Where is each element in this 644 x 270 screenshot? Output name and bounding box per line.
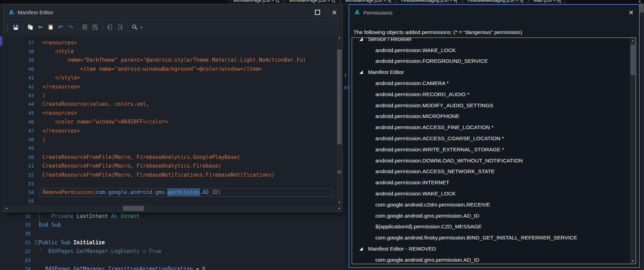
- tab-close-icon[interactable]: ×: [638, 0, 641, 3]
- permission-row[interactable]: android.permission.MICROPHONE: [352, 111, 630, 122]
- manifest-code-line[interactable]: 52CreateResourceFromFile(Macro, Firebase…: [3, 170, 336, 179]
- move-left-icon[interactable]: [105, 23, 115, 32]
- permission-row[interactable]: com.google.android.c2dm.permission.RECEI…: [352, 199, 630, 210]
- expanded-arrow-icon[interactable]: [359, 247, 363, 251]
- permission-label: android.permission.ACCESS_FINE_LOCATION …: [375, 124, 494, 130]
- permission-group-row[interactable]: Service / Receiver: [352, 37, 630, 45]
- manifest-code-line[interactable]: 40 <item name="android:windowBackground"…: [3, 65, 336, 73]
- permission-row[interactable]: android.permission.CAMERA *: [352, 78, 630, 89]
- cut-icon[interactable]: ✂: [36, 23, 45, 32]
- editor-tab[interactable]: FirebaseMessaging [Ctrl + 4]: [396, 0, 462, 3]
- background-code-line[interactable]: 21Public Sub Initialize−: [0, 238, 351, 247]
- manifest-code-line[interactable]: 49: [3, 144, 336, 153]
- permission-label: android.permission.INTERNET: [375, 179, 449, 186]
- docked-panel-tab[interactable]: [0, 36, 2, 46]
- permission-row[interactable]: com.google.android.gms.permission.AD_ID: [352, 210, 630, 221]
- manifest-code-line[interactable]: 41 </style>: [3, 74, 336, 82]
- scroll-up-arrow-icon[interactable]: ▲: [336, 35, 342, 40]
- permission-row[interactable]: android.permission.DOWNLOAD_WITHOUT_NOTI…: [352, 155, 630, 166]
- manifest-code-line[interactable]: 48): [3, 135, 336, 144]
- permission-row[interactable]: ${applicationId}.permission.C2D_MESSAGE: [352, 221, 630, 233]
- search-icon[interactable]: [130, 23, 139, 32]
- scroll-down-arrow-icon[interactable]: ▼: [630, 258, 636, 264]
- indent-icon[interactable]: [81, 23, 90, 32]
- close-button[interactable]: ×: [332, 9, 337, 16]
- permission-group-row[interactable]: Manifest Editor: [352, 67, 630, 78]
- permission-label: ${applicationId}.permission.C2D_MESSAGE: [375, 223, 482, 230]
- permission-row[interactable]: android.permission.ACCESS_NETWORK_STATE: [352, 166, 630, 177]
- manifest-code-line[interactable]: 45<resources>: [3, 109, 336, 117]
- permission-label: Manifest Editor - REMOVED: [368, 246, 436, 252]
- permission-row[interactable]: android.permission.MODIFY_AUDIO_SETTINGS: [352, 100, 630, 111]
- move-right-icon[interactable]: [115, 23, 125, 32]
- manifest-code-line[interactable]: 50CreateResourceFromFile(Macro, Firebase…: [3, 153, 336, 161]
- ide-vertical-scrollbar[interactable]: [639, 0, 644, 270]
- background-code-line[interactable]: 19End Sub: [0, 220, 351, 229]
- scrollbar-thumb[interactable]: [123, 206, 144, 211]
- permissions-scrollbar[interactable]: ▲ ▼: [630, 38, 636, 264]
- scroll-right-arrow-icon[interactable]: ►: [336, 205, 342, 212]
- manifest-code-line[interactable]: 43): [3, 91, 336, 100]
- permission-group-row[interactable]: Manifest Editor - REMOVED: [352, 243, 630, 254]
- permission-label: android.permission.WRITE_EXTERNAL_STORAG…: [375, 146, 504, 153]
- scrollbar-thumb[interactable]: [630, 44, 635, 75]
- undo-icon[interactable]: ↶: [56, 23, 65, 32]
- scrollbar-thumb[interactable]: [337, 49, 342, 144]
- permission-row[interactable]: android.permission.RECORD_AUDIO *: [352, 89, 630, 100]
- manifest-code-line[interactable]: 51CreateResourceFromFile(Macro, Firebase…: [3, 161, 336, 170]
- expanded-arrow-icon[interactable]: [359, 37, 363, 41]
- permission-label: com.google.android.gms.permission.AD_ID: [375, 213, 479, 219]
- copy-icon[interactable]: [26, 23, 35, 32]
- search-dropdown-arrow-icon[interactable]: ▾: [140, 25, 142, 29]
- editor-horizontal-scrollbar[interactable]: ◄ ►: [3, 205, 342, 212]
- editor-vertical-scrollbar[interactable]: ▲ ▼: [336, 35, 342, 205]
- editor-tab[interactable]: B4XMainPage [Ctrl + 1]: [228, 0, 284, 3]
- code-text: CreateResourceFromFile(Macro, FirebaseNo…: [36, 172, 275, 178]
- permission-row[interactable]: android.permission.WAKE_LOCK: [352, 188, 630, 199]
- maximize-button[interactable]: [315, 10, 320, 15]
- background-code-line[interactable]: 18 Private LastIntent As Intent: [0, 212, 351, 220]
- manifest-code-line[interactable]: 54RemovePermission(com.google.android.gm…: [3, 188, 336, 197]
- toolbar-grip[interactable]: [7, 24, 8, 31]
- manifest-code-editor[interactable]: 37<resources>38 <style39 name="DarkTheme…: [3, 35, 342, 205]
- permission-row[interactable]: com.google.android.gms.permission.AD_ID: [352, 254, 630, 264]
- code-text: CreateResource(values, colors.xml,: [36, 101, 149, 107]
- editor-tab[interactable]: Main [Ctrl + 6]: [528, 0, 566, 3]
- scroll-up-arrow-icon[interactable]: ▲: [630, 38, 636, 43]
- permission-row[interactable]: com.google.android.finsky.permission.BIN…: [352, 232, 630, 243]
- manifest-code-line[interactable]: 44CreateResource(values, colors.xml,: [3, 100, 336, 109]
- close-button[interactable]: ×: [629, 9, 634, 16]
- code-collapse-icon[interactable]: −: [35, 240, 40, 245]
- scroll-down-arrow-icon[interactable]: ▼: [336, 200, 342, 205]
- manifest-code-line[interactable]: 38 <style: [3, 47, 336, 56]
- permission-row[interactable]: android.permission.ACCESS_FINE_LOCATION …: [352, 122, 630, 133]
- line-number: 54: [3, 189, 36, 195]
- line-number: 47: [3, 128, 36, 134]
- permission-row[interactable]: android.permission.FOREGROUND_SERVICE: [352, 56, 630, 67]
- manifest-code-line[interactable]: 37<resources>: [3, 38, 336, 47]
- background-code-line[interactable]: 20: [0, 229, 351, 238]
- permission-row[interactable]: android.permission.WRITE_EXTERNAL_STORAG…: [352, 144, 630, 155]
- manifest-code-line[interactable]: 39 name="DarkTheme" parent="@android:sty…: [3, 56, 336, 65]
- manifest-code-line[interactable]: 46 <color name="window">#8450FF</color>: [3, 118, 336, 126]
- permission-row[interactable]: android.permission.WAKE_LOCK: [352, 45, 630, 56]
- expanded-arrow-icon[interactable]: [359, 70, 363, 74]
- permission-label: android.permission.MODIFY_AUDIO_SETTINGS: [375, 102, 493, 109]
- editor-tab[interactable]: B4XMainPage [Ctrl + 2]: [284, 0, 340, 3]
- manifest-code-line[interactable]: 47</resources>: [3, 126, 336, 135]
- redo-icon[interactable]: ↷: [66, 23, 75, 32]
- background-code-line[interactable]: 22' B4XPages.GetManager.LogEvents = True: [0, 247, 351, 256]
- background-code-line[interactable]: 24 B4XPages.GetManager.TransitionAnimati…: [0, 264, 351, 270]
- paste-icon[interactable]: [46, 23, 55, 32]
- save-icon[interactable]: [11, 23, 21, 32]
- background-code-line[interactable]: 23: [0, 256, 351, 264]
- editor-tab[interactable]: B4XMainPage [Ctrl + 3]: [340, 0, 396, 3]
- manifest-code-line[interactable]: 53: [3, 179, 336, 188]
- permission-row[interactable]: android.permission.ACCESS_COARSE_LOCATIO…: [352, 133, 630, 144]
- scroll-left-arrow-icon[interactable]: ◄: [3, 205, 9, 212]
- manifest-code-line[interactable]: 55: [3, 197, 336, 205]
- editor-tab[interactable]: FirebaseMessaging [Ctrl + 5]: [462, 0, 528, 3]
- outdent-icon[interactable]: [91, 23, 100, 32]
- manifest-code-line[interactable]: 42</resources>: [3, 82, 336, 91]
- permission-row[interactable]: android.permission.INTERNET: [352, 177, 630, 188]
